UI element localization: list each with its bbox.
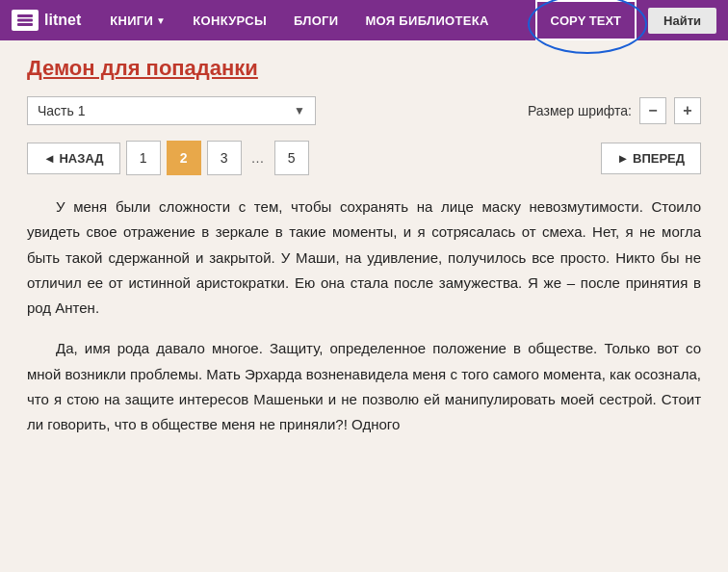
chapter-select[interactable]: Часть 1 ▼ bbox=[27, 96, 316, 125]
page-1-button[interactable]: 1 bbox=[126, 141, 161, 175]
page-5-button[interactable]: 5 bbox=[274, 141, 309, 175]
chapter-label: Часть 1 bbox=[38, 103, 86, 118]
back-button[interactable]: ◄ НАЗАД bbox=[27, 143, 120, 174]
paragraph-2: Да, имя рода давало многое. Защиту, опре… bbox=[27, 336, 701, 437]
pagination-row: ◄ НАЗАД 1 2 3 … 5 ► ВПЕРЕД bbox=[27, 141, 701, 175]
font-size-label: Размер шрифта: bbox=[528, 103, 632, 118]
nav-library[interactable]: МОЯ БИБЛИОТЕКА bbox=[351, 0, 502, 40]
navbar: litnet КНИГИ ▼ КОНКУРСЫ БЛОГИ МОЯ БИБЛИО… bbox=[0, 0, 728, 40]
paragraph-1: У меня были сложности с тем, чтобы сохра… bbox=[27, 195, 701, 321]
logo-text: litnet bbox=[44, 12, 81, 29]
main-content: Демон для попаданки Часть 1 ▼ Размер шри… bbox=[8, 40, 720, 468]
font-increase-button[interactable]: + bbox=[674, 97, 701, 124]
logo-icon bbox=[12, 10, 39, 31]
controls-row: Часть 1 ▼ Размер шрифта: − + bbox=[27, 96, 701, 125]
page-2-button[interactable]: 2 bbox=[167, 141, 201, 175]
search-button[interactable]: Найти bbox=[648, 8, 716, 34]
font-size-controls: Размер шрифта: − + bbox=[528, 97, 701, 124]
svg-rect-2 bbox=[17, 23, 33, 26]
nav-blogs[interactable]: БЛОГИ bbox=[280, 0, 351, 40]
font-decrease-button[interactable]: − bbox=[639, 97, 666, 124]
search-button-wrap: Найти bbox=[648, 8, 716, 34]
page-dots: … bbox=[247, 150, 269, 166]
forward-label: ► ВПЕРЕД bbox=[617, 151, 685, 166]
back-label: ◄ НАЗАД bbox=[43, 151, 104, 166]
page-3-button[interactable]: 3 bbox=[207, 141, 242, 175]
books-dropdown-arrow: ▼ bbox=[156, 15, 166, 26]
forward-button[interactable]: ► ВПЕРЕД bbox=[601, 143, 701, 174]
chapter-select-arrow: ▼ bbox=[294, 104, 305, 117]
logo[interactable]: litnet bbox=[12, 10, 81, 31]
nav-copy-text[interactable]: COPY TEXT bbox=[535, 0, 637, 40]
svg-rect-0 bbox=[17, 14, 33, 17]
book-title[interactable]: Демон для попаданки bbox=[27, 56, 258, 81]
nav-books[interactable]: КНИГИ ▼ bbox=[96, 0, 179, 40]
nav-contests[interactable]: КОНКУРСЫ bbox=[179, 0, 280, 40]
chapter-text: У меня были сложности с тем, чтобы сохра… bbox=[27, 195, 701, 437]
svg-rect-1 bbox=[17, 19, 33, 22]
